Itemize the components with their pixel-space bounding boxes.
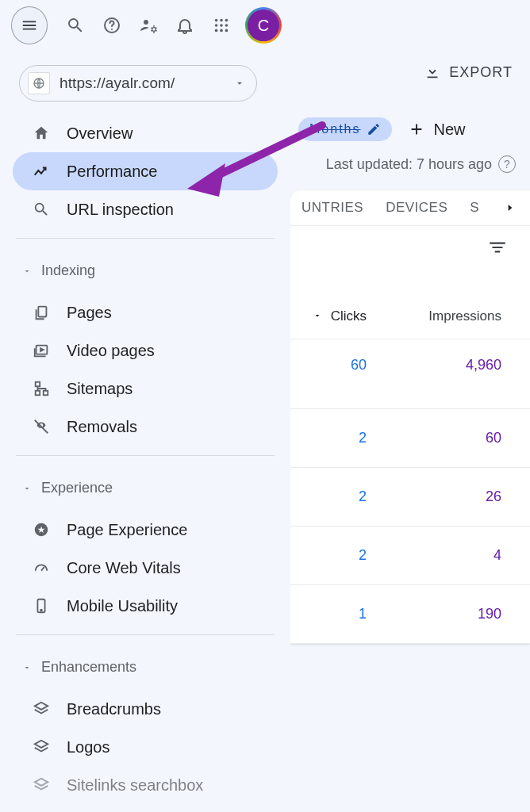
section-indexing[interactable]: Indexing xyxy=(0,248,290,287)
nav-removals-label: Removals xyxy=(67,418,137,436)
video-pages-icon xyxy=(32,341,51,360)
svg-point-10 xyxy=(220,29,223,33)
table-row[interactable]: 24 xyxy=(290,527,530,585)
column-impressions-label: Impressions xyxy=(428,308,501,324)
nav-page-experience[interactable]: Page Experience xyxy=(0,511,278,549)
property-selector-row: https://ayalr.com/ xyxy=(0,51,290,108)
account-avatar[interactable]: C xyxy=(248,10,279,41)
svg-rect-17 xyxy=(44,391,48,396)
nav-primary: Overview Performance URL inspection xyxy=(0,108,290,228)
nav-url-inspection-label: URL inspection xyxy=(67,201,174,219)
nav-sitemaps-label: Sitemaps xyxy=(67,380,132,398)
nav-mobile-usability-label: Mobile Usability xyxy=(67,597,178,615)
menu-button[interactable] xyxy=(11,6,48,44)
nav-url-inspection[interactable]: URL inspection xyxy=(0,190,278,228)
cell-clicks: 2 xyxy=(298,547,367,564)
nav-removals[interactable]: Removals xyxy=(0,408,278,446)
section-experience[interactable]: Experience xyxy=(0,465,290,504)
cell-impressions: 190 xyxy=(367,606,501,622)
cell-impressions: 60 xyxy=(367,430,501,446)
sort-descending-icon xyxy=(313,311,322,320)
table-filter-row xyxy=(290,226,530,269)
nav-video-pages[interactable]: Video pages xyxy=(0,331,278,370)
layers-icon xyxy=(32,699,51,718)
column-clicks[interactable]: Clicks xyxy=(298,308,367,324)
sitemap-icon xyxy=(32,379,51,398)
nav-mobile-usability[interactable]: Mobile Usability xyxy=(0,587,278,625)
chevron-down-icon xyxy=(22,266,32,276)
nav-video-pages-label: Video pages xyxy=(67,342,155,360)
svg-rect-13 xyxy=(38,307,46,317)
nav-overview-label: Overview xyxy=(67,124,132,143)
svg-point-8 xyxy=(225,24,229,27)
nav-indexing: Pages Video pages Sitemaps Removals xyxy=(0,287,290,446)
nav-core-web-vitals[interactable]: Core Web Vitals xyxy=(0,549,278,587)
chevron-down-icon xyxy=(234,78,245,89)
table-row[interactable]: 260 xyxy=(290,409,530,468)
cell-clicks: 2 xyxy=(298,488,367,505)
nav-logos[interactable]: Logos xyxy=(0,728,278,766)
tabs-scroll-right[interactable] xyxy=(501,198,519,217)
svg-point-9 xyxy=(215,29,218,33)
nav-overview[interactable]: Overview xyxy=(0,114,278,152)
section-enhancements[interactable]: Enhancements xyxy=(0,645,290,684)
trending-icon xyxy=(32,162,51,181)
date-range-hidden: Months xyxy=(309,122,360,136)
nav-performance[interactable]: Performance xyxy=(13,152,278,190)
svg-rect-15 xyxy=(36,382,40,387)
help-icon[interactable]: ? xyxy=(498,155,516,173)
export-button[interactable]: EXPORT xyxy=(424,63,513,81)
apps-button[interactable] xyxy=(206,10,236,41)
user-settings-button[interactable] xyxy=(133,10,163,41)
nav-breadcrumbs[interactable]: Breadcrumbs xyxy=(0,690,278,728)
notifications-button[interactable] xyxy=(170,10,200,41)
table-row[interactable]: 604,960 xyxy=(290,339,530,409)
svg-point-5 xyxy=(225,19,229,22)
tab-search-appearance[interactable]: S xyxy=(470,200,479,216)
divider xyxy=(16,455,275,456)
property-url: https://ayalr.com/ xyxy=(60,75,175,92)
column-impressions[interactable]: Impressions xyxy=(367,308,501,324)
table-row[interactable]: 1190 xyxy=(290,585,530,644)
property-selector[interactable]: https://ayalr.com/ xyxy=(19,65,257,102)
search-button[interactable] xyxy=(60,10,90,41)
chevron-down-icon xyxy=(22,484,32,493)
cell-impressions: 4,960 xyxy=(367,357,501,373)
svg-point-11 xyxy=(225,29,229,33)
new-filter-button[interactable]: New xyxy=(408,121,465,139)
section-enhancements-label: Enhancements xyxy=(41,659,136,676)
nav-pages[interactable]: Pages xyxy=(0,293,278,331)
page-experience-icon xyxy=(32,520,51,539)
section-indexing-label: Indexing xyxy=(41,262,95,279)
layers-icon xyxy=(32,737,51,756)
cell-clicks: 2 xyxy=(298,430,367,446)
nav-sitelinks-searchbox-label: Sitelinks searchbox xyxy=(67,776,203,795)
divider xyxy=(16,634,275,635)
divider xyxy=(16,238,275,239)
svg-point-20 xyxy=(40,610,42,611)
tab-devices[interactable]: DEVICES xyxy=(386,200,447,216)
export-label: EXPORT xyxy=(449,64,513,81)
new-label: New xyxy=(433,121,465,139)
nav-logos-label: Logos xyxy=(67,738,110,756)
chevron-down-icon xyxy=(22,663,32,672)
cell-impressions: 4 xyxy=(367,547,501,564)
table-row[interactable]: 226 xyxy=(290,468,530,527)
nav-sitelinks-searchbox[interactable]: Sitelinks searchbox xyxy=(0,766,278,804)
help-button[interactable] xyxy=(97,10,127,41)
filter-icon[interactable] xyxy=(487,237,508,258)
nav-experience: Page Experience Core Web Vitals Mobile U… xyxy=(0,504,290,625)
date-range-chip[interactable]: Months xyxy=(298,117,392,141)
last-updated-row: Last updated: 7 hours ago ? xyxy=(290,144,530,184)
nav-sitemaps[interactable]: Sitemaps xyxy=(0,370,278,408)
svg-point-3 xyxy=(215,19,218,22)
nav-breadcrumbs-label: Breadcrumbs xyxy=(67,700,161,718)
avatar-initial: C xyxy=(258,17,269,35)
section-experience-label: Experience xyxy=(41,480,113,496)
column-clicks-label: Clicks xyxy=(331,308,367,324)
cell-impressions: 26 xyxy=(367,488,501,505)
tab-countries[interactable]: UNTRIES xyxy=(301,200,363,216)
pencil-icon xyxy=(367,122,381,136)
search-icon xyxy=(32,200,51,219)
top-app-bar: C xyxy=(0,0,290,51)
